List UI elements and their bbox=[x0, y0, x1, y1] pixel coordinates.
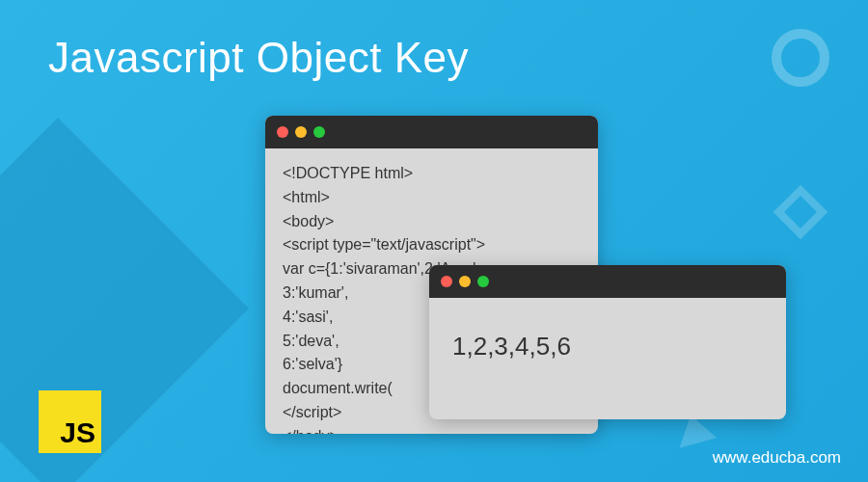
brand-url: www.educba.com bbox=[713, 448, 841, 468]
minimize-icon bbox=[459, 276, 471, 287]
code-window-titlebar bbox=[265, 116, 598, 148]
background-diamond bbox=[0, 118, 249, 482]
js-logo-text: JS bbox=[60, 416, 95, 449]
maximize-icon bbox=[313, 126, 325, 138]
close-icon bbox=[441, 276, 452, 287]
output-content: 1,2,3,4,5,6 bbox=[429, 298, 786, 394]
background-small-diamond bbox=[773, 185, 828, 240]
maximize-icon bbox=[477, 276, 489, 287]
background-ring bbox=[772, 29, 829, 87]
close-icon bbox=[277, 126, 288, 138]
output-window: 1,2,3,4,5,6 bbox=[429, 265, 786, 419]
page-title: Javascript Object Key bbox=[48, 34, 469, 82]
minimize-icon bbox=[295, 126, 307, 138]
output-window-titlebar bbox=[429, 265, 786, 298]
js-logo: JS bbox=[39, 390, 101, 453]
